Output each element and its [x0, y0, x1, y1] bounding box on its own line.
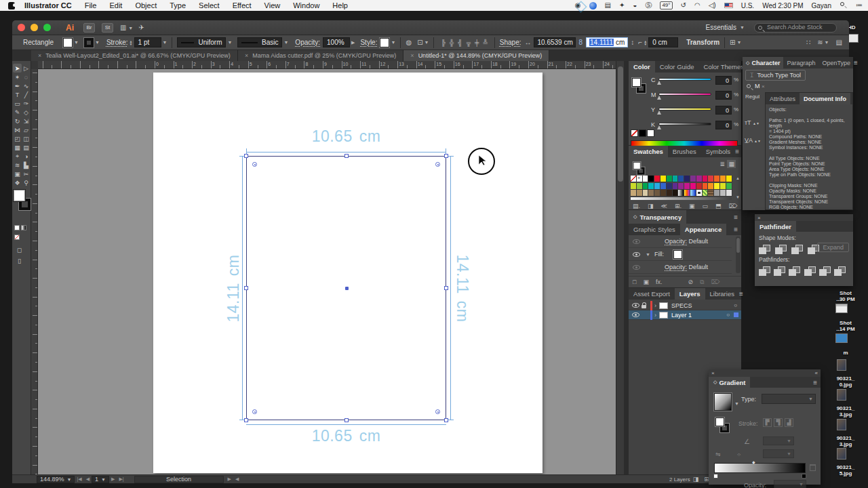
siri-icon[interactable]: [589, 2, 597, 9]
swatch[interactable]: [654, 190, 660, 197]
clear-search-icon[interactable]: ×: [762, 83, 765, 89]
tab-paragraph[interactable]: Paragraph: [783, 57, 818, 68]
align-top-icon[interactable]: ╦: [467, 39, 471, 46]
visibility-icon[interactable]: [633, 252, 640, 257]
swatch[interactable]: [714, 190, 720, 197]
corner-widget[interactable]: [435, 409, 440, 414]
tab-pathfinder[interactable]: Pathfinder: [755, 221, 796, 232]
tab-symbols[interactable]: Symbols: [701, 146, 735, 157]
stroke-within-icon[interactable]: ▛: [763, 418, 772, 427]
tab-transparency[interactable]: ◇Transparency: [629, 210, 686, 224]
apple-menu-icon[interactable]: [8, 2, 15, 9]
recolor-artwork-icon[interactable]: ◍: [406, 39, 412, 46]
pathfinder-icon[interactable]: [834, 266, 844, 275]
menu-item-window[interactable]: Window: [293, 1, 319, 9]
pathfinder-icon[interactable]: [804, 266, 814, 275]
artboard-navigation-dropdown[interactable]: 1▼: [92, 476, 109, 483]
line-segment-tool[interactable]: ╱: [22, 90, 31, 99]
zoom-level-dropdown[interactable]: 144.89%▼: [37, 476, 75, 483]
list-view-icon[interactable]: ≣: [719, 161, 725, 167]
handle-bottom-center[interactable]: [344, 418, 349, 422]
gradient-angle-dropdown[interactable]: ▼: [763, 436, 794, 445]
channel-value-y[interactable]: 0: [715, 106, 732, 115]
shape-width-field[interactable]: 10.6539 cm: [534, 37, 576, 47]
lock-icon[interactable]: [642, 302, 648, 308]
swatch-kinds-icon[interactable]: ◨: [648, 203, 654, 209]
document-tab[interactable]: ×Mama Aidas cutter.pdf @ 25% (CMYK/GPU P…: [238, 50, 403, 61]
handle-bottom-right[interactable]: [444, 418, 448, 422]
panel-dock-icon[interactable]: ▤: [836, 39, 842, 46]
pathfinder-icon[interactable]: [774, 266, 783, 275]
style-link[interactable]: Style:: [360, 39, 377, 46]
color-themes-icon[interactable]: ≪: [661, 203, 667, 209]
font-search-value[interactable]: M: [755, 83, 760, 89]
arrange-icon[interactable]: ≋: [817, 39, 823, 46]
swatch[interactable]: [696, 183, 703, 190]
scale-tool[interactable]: ⇲: [22, 117, 31, 125]
slider-thumb[interactable]: [657, 81, 661, 85]
swatch-grid[interactable]: [631, 176, 732, 199]
swatch[interactable]: [684, 190, 690, 197]
delete-stop-icon[interactable]: [810, 464, 816, 471]
swatch[interactable]: [696, 176, 703, 182]
menu-item-effect[interactable]: Effect: [233, 1, 252, 9]
swatch[interactable]: [631, 190, 637, 197]
layer-row[interactable]: ›SPECS○: [629, 301, 741, 310]
swatch[interactable]: [714, 176, 720, 182]
scroll-up-icon[interactable]: ▲: [736, 176, 740, 180]
appearance-scrollbar[interactable]: [736, 237, 741, 273]
tab-asset-export[interactable]: Asset Export: [629, 288, 675, 300]
swatch[interactable]: [703, 183, 709, 190]
vertical-ruler[interactable]: [31, 69, 38, 474]
opacity-link[interactable]: Opacity:: [295, 39, 320, 46]
tab-swatches[interactable]: Swatches: [629, 146, 668, 157]
shape-mode-icon[interactable]: [759, 245, 770, 253]
messages-icon[interactable]: ◒: [633, 2, 637, 9]
stock-search-field[interactable]: Search Adobe Stock: [754, 23, 837, 33]
fill-swatch[interactable]: [63, 38, 73, 47]
align-bottom-icon[interactable]: ╩: [483, 39, 487, 46]
visibility-icon[interactable]: [632, 303, 639, 308]
layer-thumbnail[interactable]: [659, 302, 668, 309]
panel-menu-icon[interactable]: ≡: [734, 224, 741, 235]
selected-rectangle[interactable]: [246, 156, 446, 420]
gradient-type-dropdown[interactable]: ▼: [762, 394, 816, 404]
touch-type-tool-button[interactable]: ⌶ Touch Type Tool: [745, 70, 806, 81]
delete-item-icon[interactable]: ⌦: [711, 279, 719, 285]
tab-graphic-styles[interactable]: Graphic Styles: [629, 224, 680, 235]
edit-color-group-icon[interactable]: ⊞.: [675, 203, 682, 209]
transform-link[interactable]: Transform: [686, 39, 719, 46]
slice-tool[interactable]: ✂: [22, 169, 31, 178]
swatch[interactable]: [720, 183, 726, 190]
black-swatch[interactable]: [639, 129, 646, 137]
dock-divider[interactable]: [624, 61, 629, 474]
tab-layers[interactable]: Layers: [675, 288, 705, 300]
clear-appearance-icon[interactable]: ⊘: [688, 279, 693, 285]
panel-menu-icon[interactable]: ≡: [854, 57, 861, 68]
corner-widget[interactable]: [435, 162, 440, 167]
swatch[interactable]: [720, 190, 726, 197]
zoom-tool[interactable]: ⚲: [22, 178, 31, 187]
doc-tab-close-icon[interactable]: ×: [410, 52, 414, 59]
font-style-fragment[interactable]: Regul: [745, 94, 760, 100]
eyedropper-tool[interactable]: ⌖: [13, 152, 22, 161]
swatch[interactable]: [660, 190, 667, 197]
gradient-tool[interactable]: ▤: [22, 143, 31, 152]
swatch[interactable]: [648, 190, 654, 197]
tab-gradient[interactable]: ◇Gradient: [709, 377, 750, 388]
layer-target-icon[interactable]: ○: [726, 312, 730, 318]
slider-thumb[interactable]: [657, 110, 661, 115]
handle-top-center[interactable]: [344, 154, 349, 158]
swatch[interactable]: [643, 176, 649, 182]
horizontal-ruler[interactable]: 0123456789101112131415161718192021222324: [31, 61, 616, 69]
panel-menu-icon[interactable]: ≡: [734, 210, 741, 224]
weather-widget[interactable]: 49°: [660, 1, 672, 9]
app-status-icon[interactable]: ✦: [619, 2, 625, 9]
curvature-tool[interactable]: ∿: [22, 81, 31, 90]
selection-tool[interactable]: ➤: [13, 64, 22, 73]
swatch[interactable]: [703, 190, 709, 197]
new-stroke-icon[interactable]: □: [633, 279, 636, 285]
first-artboard-icon[interactable]: |◀: [77, 476, 81, 482]
gradient-stop-end[interactable]: [802, 474, 806, 479]
close-panel-icon[interactable]: ×: [711, 370, 715, 376]
